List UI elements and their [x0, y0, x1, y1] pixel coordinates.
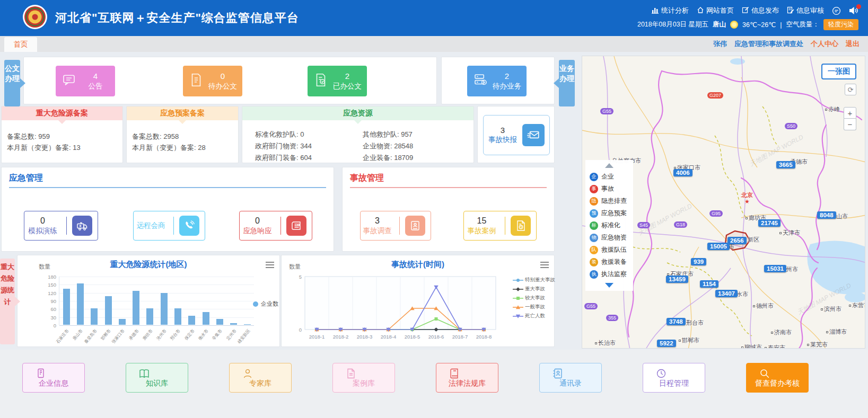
remote-consult-button[interactable]: 远程会商: [133, 211, 205, 241]
bar-y-tick: 90: [41, 298, 56, 304]
map-marker[interactable]: 939: [691, 258, 706, 265]
knowledge-base-button[interactable]: 知识库: [126, 363, 188, 393]
chart-menu-icon[interactable]: [540, 262, 549, 270]
map-city-label: 赤峰: [825, 105, 840, 113]
sim-drill-button[interactable]: 0模拟演练: [24, 211, 98, 241]
map-marker[interactable]: 1154: [700, 280, 718, 288]
legend-item-重大事故[interactable]: 重大事故: [513, 286, 555, 292]
incident-report-label: 事故快报: [488, 135, 517, 145]
map-legend-item-救援队伍[interactable]: 队救援队伍: [585, 244, 633, 256]
map-marker[interactable]: 21745: [758, 219, 781, 227]
legend-item-较大事故[interactable]: 较大事故: [513, 295, 555, 301]
emergency-section-title: 应急管理: [9, 173, 326, 188]
nav-stats-link[interactable]: 统计分析: [652, 6, 689, 15]
phone-icon: [179, 216, 199, 236]
svg-text:2018-6: 2018-6: [428, 334, 444, 340]
tab-home[interactable]: 首页: [4, 37, 37, 52]
legend-scroll-up-icon[interactable]: [605, 163, 613, 168]
nav-publish-link[interactable]: 信息发布: [742, 6, 779, 15]
map-marker[interactable]: 13459: [666, 275, 688, 283]
page-title: 河北省"互联网＋安全生产"综合监管信息平台: [55, 10, 299, 26]
nav-home-link[interactable]: 网站首页: [697, 6, 734, 15]
map-marker[interactable]: 3748: [667, 318, 686, 325]
map-marker[interactable]: 4006: [673, 169, 692, 176]
map-legend-item-救援装备[interactable]: 装救援装备: [585, 256, 633, 268]
emergency-response-button[interactable]: 0应急响应: [239, 211, 312, 241]
card-todo-doc[interactable]: 0待办公文: [183, 66, 242, 96]
map-city-label: 邯郸市: [679, 336, 699, 344]
supervision-assess-button[interactable]: 督查督办考核: [746, 363, 809, 393]
home-icon: [697, 6, 704, 15]
bar-x-label: 定州市: [225, 328, 238, 341]
bar-x-label: 衡水市: [197, 328, 210, 341]
case-base-button[interactable]: 案例库: [332, 363, 395, 393]
nav-audit-link[interactable]: 信息审核: [787, 6, 824, 15]
map-marker[interactable]: 5922: [657, 340, 676, 347]
enterprise-info-button[interactable]: 企业信息: [22, 363, 85, 393]
logout-link[interactable]: 退出: [846, 39, 860, 49]
hazard-bar-chart-panel: 重大危险源统计(地区) 数量 0306090120150180石家庄市唐山市秦皇…: [17, 255, 280, 347]
map-marker[interactable]: 3665: [776, 161, 795, 168]
legend-item-特别重大事故[interactable]: 特别重大事故: [513, 277, 555, 283]
map-legend-item-应急物资[interactable]: 物应急物资: [585, 232, 633, 244]
road-badge: G55: [584, 303, 598, 309]
plan-total-line: 备案总数: 2958: [132, 131, 238, 142]
accident-case-button[interactable]: 15事故案例: [463, 211, 537, 241]
road-badge: G55: [600, 108, 613, 114]
road-badge: G18: [674, 221, 687, 228]
speaker-icon[interactable]: [849, 6, 858, 15]
svg-text:2018-8: 2018-8: [476, 334, 492, 340]
zoom-in-button[interactable]: +: [844, 107, 856, 119]
map-refresh-button[interactable]: ⟳: [845, 84, 856, 95]
chart-menu-icon[interactable]: [266, 262, 274, 270]
bar-chart-legend[interactable]: 企业数: [253, 300, 278, 308]
line-chart-canvas: 052018-12018-22018-32018-42018-52018-620…: [286, 271, 535, 348]
law-base-button[interactable]: 法律法规库: [436, 363, 498, 393]
accident-investigation-button[interactable]: 3事故调查: [360, 211, 431, 241]
card-done-doc[interactable]: 2已办公文: [308, 66, 367, 96]
map-legend-item-应急预案[interactable]: 预应急预案: [585, 207, 633, 219]
zoom-out-button[interactable]: −: [844, 119, 856, 130]
air-quality-label: 空气质量：: [786, 20, 820, 29]
incident-report-count: 3: [501, 126, 505, 135]
schedule-button[interactable]: 日程管理: [643, 363, 705, 393]
map-legend-item-标准化[interactable]: 标标准化: [585, 219, 633, 232]
bar-廊坊市: [146, 308, 153, 325]
weather-bar: 2018年08月03日 星期五 唐山 36℃~26℃ | 空气质量： 轻度污染: [637, 19, 858, 30]
map-marker[interactable]: 15031: [764, 265, 786, 272]
line-chart-title: 事故统计(时间): [282, 260, 554, 270]
map-city-label: 泰安市: [765, 344, 785, 349]
map-legend-item-事故[interactable]: 事事故: [585, 183, 633, 195]
legend-dot-icon: [253, 301, 258, 307]
legend-scroll-down-icon[interactable]: [605, 283, 613, 288]
map-legend-item-执法监察[interactable]: 执执法监察: [585, 268, 633, 280]
contacts-button[interactable]: 通讯录: [539, 363, 602, 393]
card-todo-biz[interactable]: 2待办业务: [467, 66, 527, 96]
one-map-button[interactable]: 一张图: [821, 64, 856, 79]
map-city-label: 聊城市: [741, 343, 762, 349]
expert-base-button[interactable]: 专家库: [229, 363, 292, 393]
resource-item: 其他救护队: 957: [363, 129, 413, 140]
air-quality-badge[interactable]: 轻度污染: [823, 19, 858, 30]
map-legend-item-企业[interactable]: 企企业: [585, 171, 633, 183]
sidebar-tab-doc-handling[interactable]: 公文办理: [4, 60, 20, 106]
plan-filing-title: 应急预案备案: [127, 106, 238, 120]
legend-item-死亡人数[interactable]: 死亡人数: [513, 313, 555, 319]
personal-center-link[interactable]: 个人中心: [811, 39, 838, 49]
bar-沧州市: [161, 293, 168, 325]
legend-item-一般事故[interactable]: 一般事故: [513, 304, 555, 310]
sidebar-tab-hazard-stats[interactable]: 重大危险源统计: [0, 259, 15, 344]
map-city-label: 济南市: [771, 328, 792, 336]
feedback-icon[interactable]: [832, 6, 841, 15]
map-marker[interactable]: 8048: [817, 211, 836, 219]
map-legend-item-隐患排查[interactable]: 隐隐患排查: [585, 195, 633, 207]
map-panel[interactable]: 天地图 MAP WORLD 天地图 MAP WORLD 天地图 MAP WORL…: [582, 56, 865, 349]
sidebar-tab-biz-handling[interactable]: 业务办理: [559, 60, 575, 106]
card-notice[interactable]: 4公告: [56, 66, 115, 96]
law-book-icon: [449, 368, 460, 379]
map-marker[interactable]: 2656: [727, 237, 747, 244]
incident-report-button[interactable]: 3 事故快报: [483, 115, 550, 155]
bar-x-label: 邯郸市: [100, 328, 112, 341]
map-marker[interactable]: 15005: [707, 243, 730, 250]
map-marker[interactable]: 13407: [715, 290, 738, 297]
